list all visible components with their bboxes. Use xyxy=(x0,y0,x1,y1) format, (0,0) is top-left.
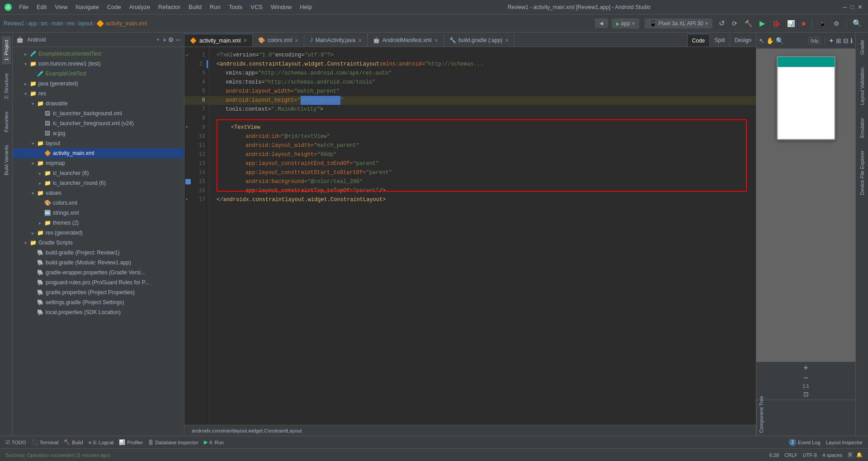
logcat-button[interactable]: ≡ 6: Logcat xyxy=(87,439,116,446)
device-selector[interactable]: 📱 Pixel 3a XL API 30 ▾ xyxy=(645,19,712,28)
view-mode-split[interactable]: Split xyxy=(709,34,729,47)
todo-button[interactable]: ☑ TODO xyxy=(4,438,28,446)
tree-item-androidtest[interactable]: ▸🧪 ExampleInstrumentedTest xyxy=(13,49,184,59)
profiler-button[interactable]: 📊 Profiler xyxy=(117,438,145,446)
tree-item-gradle-properties[interactable]: 🐘 gradle.properties (Project Properties) xyxy=(13,287,184,297)
tree-item-mipmap[interactable]: ▾📁 mipmap xyxy=(13,158,184,168)
event-log-button[interactable]: 2 Event Log xyxy=(787,438,822,447)
sdk-manager-button[interactable]: ⚙ xyxy=(831,19,842,28)
structure-tab[interactable]: 2: Structure xyxy=(2,70,11,103)
fold-icon-9[interactable]: ▾ xyxy=(185,123,188,132)
favorites-tab[interactable]: Favorites xyxy=(2,108,11,136)
breadcrumb-layout[interactable]: layout xyxy=(78,20,93,27)
tree-item-java-generated[interactable]: ▸📁 java (generated) xyxy=(13,79,184,89)
tree-item-ic-launcher-fg[interactable]: 🖼 ic_launcher_foreground.xml (v24) xyxy=(13,118,184,128)
menu-item-navigate[interactable]: Navigate xyxy=(72,3,102,11)
tree-item-strings[interactable]: 🔤 strings.xml xyxy=(13,208,184,218)
tree-item-settings-gradle[interactable]: 🐘 settings.gradle (Project Settings) xyxy=(13,297,184,307)
tree-item-ic-launcher-round[interactable]: ▸📁 ic_launcher_round (6) xyxy=(13,178,184,188)
magic-wand-btn[interactable]: ✦ xyxy=(829,37,834,44)
tree-item-build-gradle-module[interactable]: 🐘 build.gradle (Module: Review1.app) xyxy=(13,258,184,268)
emulator-tab[interactable]: Emulator xyxy=(858,114,867,141)
menu-item-code[interactable]: Code xyxy=(104,3,125,11)
run-config-selector[interactable]: ▸ app ▾ xyxy=(612,19,639,28)
zoom-in-button[interactable]: + xyxy=(803,364,808,372)
component-tree-label[interactable]: Component Tree xyxy=(756,400,766,436)
view-mode-code[interactable]: Code xyxy=(687,34,710,47)
sync-button[interactable]: ↺ xyxy=(716,18,727,29)
tab-mainactivity[interactable]: J MainActivity.java ✕ xyxy=(304,34,367,47)
view-mode-design[interactable]: Design xyxy=(730,34,756,47)
tab-close-activity-main[interactable]: ✕ xyxy=(243,38,247,43)
align-btn[interactable]: ⊟ xyxy=(843,37,849,44)
code-content[interactable]: <?xml version= "1.0" encoding= "utf-8" ?… xyxy=(209,47,756,425)
breadcrumb-review1[interactable]: Review1 xyxy=(4,20,24,27)
palette-hand-btn[interactable]: ✋ xyxy=(766,37,774,44)
maximize-button[interactable]: □ xyxy=(850,4,854,10)
menu-item-edit[interactable]: Edit xyxy=(33,3,50,11)
sync-project-button[interactable]: ⟳ xyxy=(729,19,740,28)
breadcrumb-src[interactable]: src xyxy=(41,20,48,27)
debug-button[interactable]: 🐞 xyxy=(769,19,783,28)
tree-item-wjpg[interactable]: 🖼 w.jpg xyxy=(13,128,184,138)
search-everywhere-button[interactable]: 🔍 xyxy=(850,18,864,29)
tab-activity-main[interactable]: 🔶 activity_main.xml ✕ xyxy=(184,34,253,47)
run-panel-button[interactable]: ▶ 4: Run xyxy=(202,438,226,446)
constraint-btn[interactable]: ⊞ xyxy=(836,37,841,44)
tree-item-com-huncm[interactable]: ▾📁 com.huncm.review1 (test) xyxy=(13,59,184,69)
palette-cursor-btn[interactable]: ↖ xyxy=(759,37,764,44)
database-inspector-button[interactable]: 🗄 Database Inspector xyxy=(146,439,200,446)
menu-item-refactor[interactable]: Refactor xyxy=(155,3,184,11)
tree-item-res[interactable]: ▾📁 res xyxy=(13,89,184,99)
tree-item-gradle-scripts[interactable]: ▾📁 Gradle Scripts xyxy=(13,238,184,248)
tree-item-colors[interactable]: 🎨 colors.xml xyxy=(13,198,184,208)
close-button[interactable]: ✕ xyxy=(858,4,863,10)
menu-item-tools[interactable]: Tools xyxy=(225,3,246,11)
back-button[interactable]: ◄ xyxy=(595,19,608,28)
tree-item-res-generated[interactable]: ▸📁 res (generated) xyxy=(13,228,184,238)
breadcrumb-app[interactable]: app xyxy=(28,20,37,27)
tree-item-ic-launcher-bg[interactable]: 🖼 ic_launcher_background.xml xyxy=(13,108,184,118)
breadcrumb-res[interactable]: res xyxy=(67,20,75,27)
tab-close-mainactivity[interactable]: ✕ xyxy=(358,38,362,43)
menu-item-vcs[interactable]: VCS xyxy=(247,3,266,11)
menu-item-view[interactable]: View xyxy=(51,3,71,11)
tab-androidmanifest[interactable]: 🤖 AndroidManifest.xml ✕ xyxy=(368,34,444,47)
build-variants-tab[interactable]: Build Variants xyxy=(2,141,11,179)
tab-close-androidmanifest[interactable]: ✕ xyxy=(434,38,438,43)
fit-screen-button[interactable]: ⊡ xyxy=(803,390,809,398)
tree-item-values[interactable]: ▾📁 values xyxy=(13,188,184,198)
make-project-button[interactable]: 🔨 xyxy=(742,19,755,28)
tree-item-exampleunit[interactable]: 🧪 ExampleUnitTest xyxy=(13,69,184,79)
tab-close-build-gradle[interactable]: ✕ xyxy=(505,38,509,43)
panel-settings-button[interactable]: ⚙ xyxy=(168,36,174,43)
tree-item-gradle-wrapper[interactable]: 🐘 gradle-wrapper.properties (Gradle Vers… xyxy=(13,268,184,278)
menu-item-file[interactable]: File xyxy=(15,3,32,11)
tree-item-themes[interactable]: ▸📁 themes (2) xyxy=(13,218,184,228)
layout-validation-tab[interactable]: Layout Validation xyxy=(858,64,867,109)
breadcrumb-main[interactable]: main xyxy=(52,20,63,27)
menu-item-analyze[interactable]: Analyze xyxy=(126,3,154,11)
device-file-explorer-tab[interactable]: Device File Explorer xyxy=(858,147,867,198)
menu-item-build[interactable]: Build xyxy=(185,3,205,11)
tab-close-colors[interactable]: ✕ xyxy=(295,38,298,43)
tree-item-layout[interactable]: ▾📁 layout xyxy=(13,138,184,148)
tree-item-drawable[interactable]: ▾📁 drawable xyxy=(13,99,184,108)
panel-add-button[interactable]: + xyxy=(163,36,166,43)
menu-item-window[interactable]: Window xyxy=(267,3,295,11)
build-button[interactable]: 🔨 Build xyxy=(62,438,85,446)
run-button[interactable]: ▶ xyxy=(757,18,768,29)
menu-item-help[interactable]: Help xyxy=(296,3,316,11)
menu-item-run[interactable]: Run xyxy=(206,3,224,11)
tab-colors[interactable]: 🎨 colors.xml ✕ xyxy=(253,34,304,47)
gradle-tab[interactable]: Gradle xyxy=(858,36,867,58)
minimize-button[interactable]: ─ xyxy=(843,4,847,10)
info-btn[interactable]: ℹ xyxy=(850,37,853,44)
code-editor[interactable]: ✓ 1 2 3 4 5 6 7 8 ▾ 9 10 xyxy=(184,47,756,425)
profile-button[interactable]: 📊 xyxy=(784,19,797,28)
breadcrumb-file[interactable]: 🔶activity_main.xml xyxy=(96,20,147,27)
zoom-out-button[interactable]: − xyxy=(803,374,808,382)
fold-icon-17[interactable]: ▾ xyxy=(185,195,188,204)
avd-manager-button[interactable]: 📱 xyxy=(816,19,829,28)
terminal-button[interactable]: ⬛ Terminal xyxy=(30,438,61,446)
